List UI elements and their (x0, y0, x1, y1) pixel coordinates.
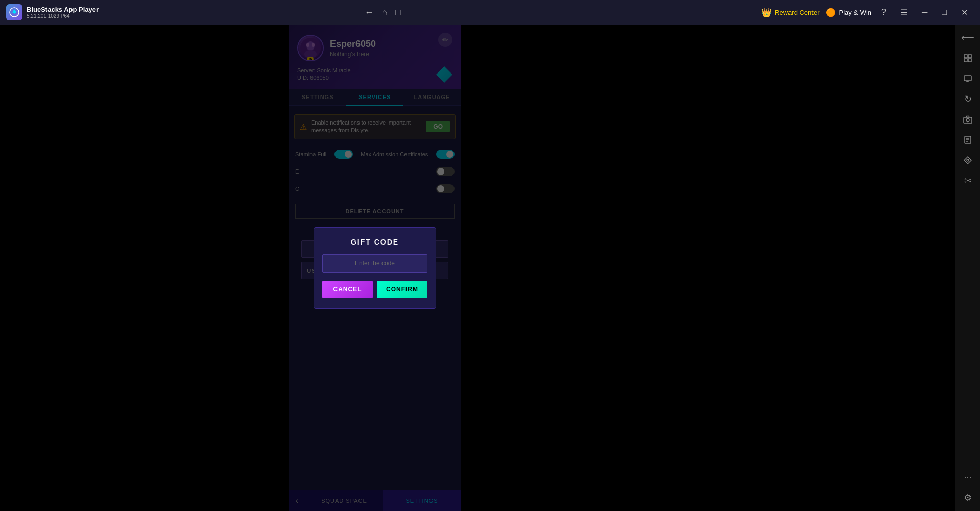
svg-point-19 (967, 159, 969, 161)
title-bar-right: 👑 Reward Center 🟠 Play & Win ? ☰ ─ □ ✕ (753, 6, 980, 19)
nav-copy-button[interactable]: □ (396, 7, 401, 18)
sidebar-arrow-icon[interactable]: ⟵ (959, 29, 977, 47)
svg-rect-10 (964, 76, 971, 81)
svg-rect-8 (964, 59, 967, 62)
sidebar-scissors-icon[interactable]: ✂ (959, 172, 977, 190)
game-panel: 9 Esper6050 Nothing's here ✏ Server: Son… (289, 25, 461, 511)
crown-icon: 👑 (761, 8, 772, 17)
svg-rect-9 (968, 59, 971, 62)
modal-cancel-button[interactable]: CANCEL (322, 281, 373, 298)
sidebar-expand-icon[interactable] (959, 49, 977, 67)
nav-back-button[interactable]: ← (365, 7, 374, 18)
sidebar-dots-icon[interactable]: ··· (959, 468, 977, 486)
app-info: BlueStacks App Player 5.21.201.1029 P64 (27, 6, 99, 19)
app-version: 5.21.201.1029 P64 (27, 13, 99, 19)
svg-point-14 (966, 119, 969, 122)
gift-code-input[interactable] (322, 254, 427, 273)
help-button[interactable]: ? (877, 6, 890, 19)
right-sidebar: ⟵ ↻ (955, 25, 980, 511)
maximize-button[interactable]: □ (938, 6, 951, 19)
modal-confirm-button[interactable]: CONFIRM (377, 281, 427, 298)
sidebar-rotate-icon[interactable]: ↻ (959, 90, 977, 108)
modal-title: GIFT CODE (322, 238, 427, 246)
title-bar: BlueStacks App Player 5.21.201.1029 P64 … (0, 0, 980, 25)
sidebar-screen-icon[interactable] (959, 69, 977, 88)
svg-rect-13 (964, 117, 972, 123)
modal-overlay: GIFT CODE CANCEL CONFIRM (289, 25, 461, 511)
title-nav-buttons: ← ⌂ □ (356, 7, 410, 18)
main-content: 9 Esper6050 Nothing's here ✏ Server: Son… (0, 25, 980, 511)
sidebar-apk-icon[interactable] (959, 131, 977, 149)
reward-center-label: Reward Center (775, 9, 819, 16)
nav-home-button[interactable]: ⌂ (382, 7, 388, 18)
sidebar-settings2-icon[interactable]: ⚙ (959, 489, 977, 507)
hamburger-button[interactable]: ☰ (896, 6, 912, 19)
app-name: BlueStacks App Player (27, 6, 99, 13)
title-bar-left: BlueStacks App Player 5.21.201.1029 P64 (0, 4, 356, 20)
coin-icon: 🟠 (826, 8, 836, 17)
app-icon (6, 4, 22, 20)
play-win-label: Play & Win (839, 9, 872, 16)
gift-code-modal: GIFT CODE CANCEL CONFIRM (314, 227, 436, 309)
minimize-button[interactable]: ─ (918, 6, 931, 19)
reward-center-button[interactable]: 👑 Reward Center (761, 8, 819, 17)
modal-buttons: CANCEL CONFIRM (322, 281, 427, 298)
sidebar-scale-icon[interactable] (959, 151, 977, 169)
svg-rect-6 (964, 55, 967, 58)
sidebar-camera-icon[interactable] (959, 110, 977, 129)
svg-rect-7 (968, 55, 971, 58)
close-button[interactable]: ✕ (957, 6, 972, 19)
play-win-button[interactable]: 🟠 Play & Win (826, 8, 872, 17)
